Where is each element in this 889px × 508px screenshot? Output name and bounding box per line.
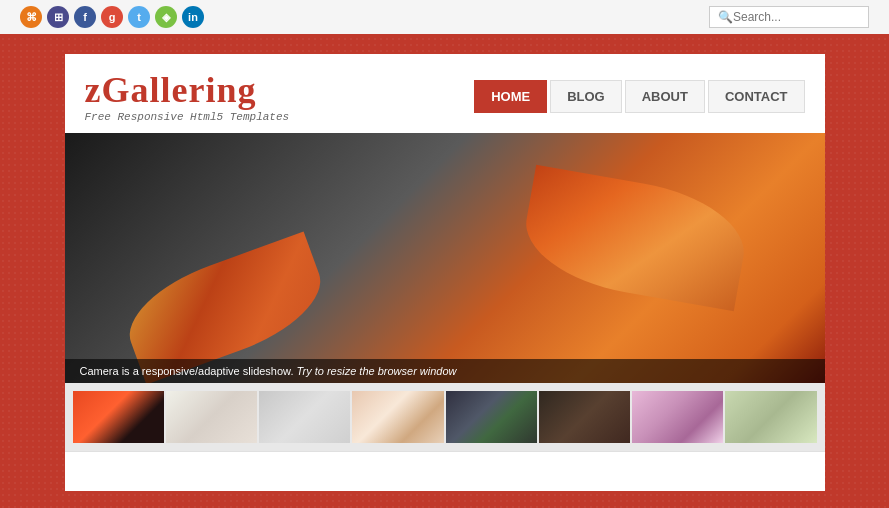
caption-text: Camera is a responsive/adaptive slidesho… bbox=[80, 365, 294, 377]
share-icon[interactable]: ◈ bbox=[155, 6, 177, 28]
nav-home[interactable]: HOME bbox=[474, 80, 547, 113]
slide-caption: Camera is a responsive/adaptive slidesho… bbox=[65, 359, 825, 383]
thumbnail-1[interactable] bbox=[73, 391, 164, 443]
nav-blog[interactable]: BLOG bbox=[550, 80, 622, 113]
web-icon[interactable]: ⊞ bbox=[47, 6, 69, 28]
rss-icon[interactable]: ⌘ bbox=[20, 6, 42, 28]
bottom-area bbox=[65, 451, 825, 491]
site-logo: zGallering Free Responsive Html5 Templat… bbox=[85, 69, 290, 123]
search-icon: 🔍 bbox=[718, 10, 733, 24]
thumbnail-strip bbox=[65, 383, 825, 451]
googleplus-icon[interactable]: g bbox=[101, 6, 123, 28]
nav-about[interactable]: ABOUT bbox=[625, 80, 705, 113]
thumbnail-6[interactable] bbox=[539, 391, 630, 443]
social-icons: ⌘ ⊞ f g t ◈ in bbox=[20, 6, 204, 28]
thumbnail-5[interactable] bbox=[446, 391, 537, 443]
main-container: zGallering Free Responsive Html5 Templat… bbox=[65, 54, 825, 491]
thumbnail-2[interactable] bbox=[166, 391, 257, 443]
thumbnail-7[interactable] bbox=[632, 391, 723, 443]
facebook-icon[interactable]: f bbox=[74, 6, 96, 28]
leaf-right-decoration bbox=[517, 165, 753, 312]
top-bar: ⌘ ⊞ f g t ◈ in 🔍 bbox=[0, 0, 889, 34]
search-input[interactable] bbox=[733, 10, 863, 24]
logo-tagline: Free Responsive Html5 Templates bbox=[85, 111, 290, 123]
linkedin-icon[interactable]: in bbox=[182, 6, 204, 28]
thumbnail-4[interactable] bbox=[352, 391, 443, 443]
caption-italic: Try to resize the browser window bbox=[297, 365, 457, 377]
site-header: zGallering Free Responsive Html5 Templat… bbox=[65, 54, 825, 133]
thumbnail-3[interactable] bbox=[259, 391, 350, 443]
slideshow-image bbox=[65, 133, 825, 383]
site-nav: HOME BLOG ABOUT CONTACT bbox=[474, 80, 804, 113]
search-bar: 🔍 bbox=[709, 6, 869, 28]
twitter-icon[interactable]: t bbox=[128, 6, 150, 28]
logo-text: zGallering bbox=[85, 69, 290, 111]
slideshow: Camera is a responsive/adaptive slidesho… bbox=[65, 133, 825, 383]
thumbnail-8[interactable] bbox=[725, 391, 816, 443]
nav-contact[interactable]: CONTACT bbox=[708, 80, 805, 113]
